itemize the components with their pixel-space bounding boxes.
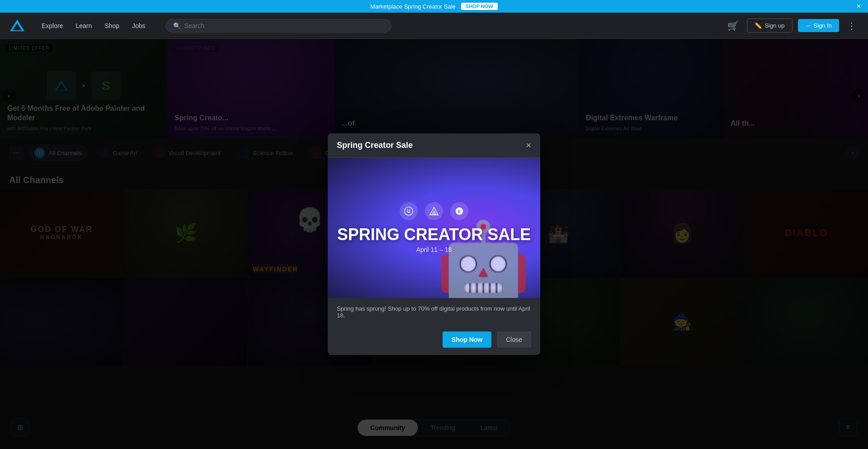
modal-sale-dates: April 11 – 18	[337, 246, 531, 253]
modal-dialog: Spring Creator Sale × 🤖 U	[328, 133, 540, 355]
artstation-logo[interactable]	[9, 18, 25, 34]
modal-image: 🤖 U F SPRING CREATOR SAL	[328, 158, 540, 298]
signin-button[interactable]: → Sign In	[798, 19, 839, 32]
shop-now-button[interactable]: Shop Now	[443, 331, 491, 348]
banner-text: Marketplace Spring Creator Sale	[370, 3, 456, 10]
search-bar[interactable]: 🔍	[165, 19, 392, 33]
signup-button[interactable]: ✏️ Sign up	[747, 19, 792, 33]
close-button[interactable]: Close	[497, 331, 531, 348]
svg-text:U: U	[407, 208, 410, 213]
nav-jobs[interactable]: Jobs	[127, 19, 151, 32]
modal-body-text: Spring has sprung! Shop up to 70% off di…	[337, 305, 530, 319]
modal-overlay: Spring Creator Sale × 🤖 U	[0, 39, 868, 449]
artstation-logo-modal	[425, 202, 443, 220]
modal-title: Spring Creator Sale	[337, 141, 413, 150]
navbar: Explore Learn Shop Jobs 🔍 🛒 ✏️ Sign up →…	[0, 13, 868, 39]
banner-shop-link[interactable]: SHOP NOW	[461, 3, 498, 10]
nav-links: Explore Learn Shop Jobs	[36, 19, 151, 32]
svg-text:F: F	[458, 209, 461, 213]
more-options-button[interactable]: ⋮	[844, 18, 859, 34]
modal-sale-title: SPRING CREATOR SALE	[337, 226, 531, 244]
cart-button[interactable]: 🛒	[725, 18, 741, 34]
nav-actions: 🛒 ✏️ Sign up → Sign In ⋮	[725, 18, 859, 34]
modal-footer: Shop Now Close	[328, 326, 540, 355]
search-input[interactable]	[184, 22, 384, 29]
main-content: ‹ Limited Offer × S Get 6 Months Free of…	[0, 39, 868, 449]
user-icon: →	[805, 22, 811, 29]
nav-explore[interactable]: Explore	[36, 19, 68, 32]
modal-close-btn[interactable]: ×	[526, 141, 531, 150]
pencil-icon: ✏️	[755, 22, 762, 29]
unreal-logo: U	[400, 202, 418, 220]
fab-logo: F	[450, 202, 468, 220]
nav-shop[interactable]: Shop	[99, 19, 125, 32]
search-icon: 🔍	[173, 22, 181, 29]
modal-header: Spring Creator Sale ×	[328, 133, 540, 158]
modal-sale-content: U F SPRING CREATOR SALE April 11 – 18	[337, 202, 531, 254]
modal-logos: U F	[337, 202, 531, 220]
cart-icon: 🛒	[727, 21, 739, 31]
banner-close-btn[interactable]: ×	[857, 2, 861, 10]
nav-learn[interactable]: Learn	[70, 19, 97, 32]
modal-body: Spring has sprung! Shop up to 70% off di…	[328, 298, 540, 326]
top-banner: Marketplace Spring Creator Sale SHOP NOW…	[0, 0, 868, 13]
